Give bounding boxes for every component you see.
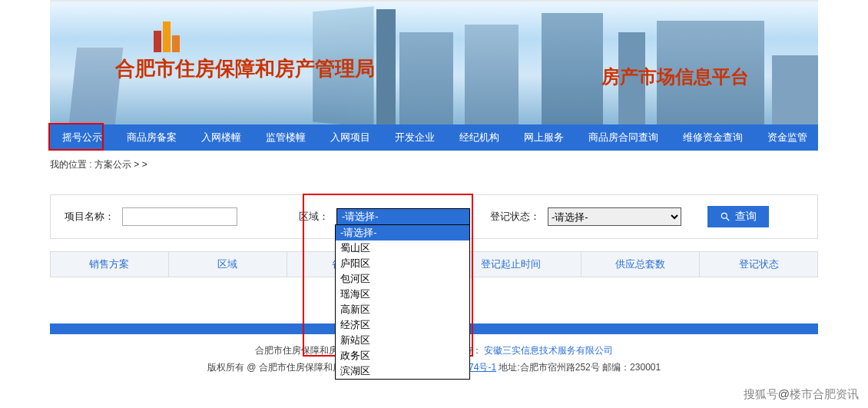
nav-item-lottery[interactable]: 摇号公示	[50, 124, 114, 151]
region-option[interactable]: 经济区	[336, 317, 469, 333]
project-name-label: 项目名称：	[65, 210, 114, 224]
th-region: 区域	[169, 251, 287, 277]
region-option[interactable]: 包河区	[336, 271, 469, 287]
breadcrumb-label: 我的位置	[50, 159, 87, 170]
region-option[interactable]: 滨湖区	[336, 363, 469, 379]
site-logo-icon	[154, 17, 181, 52]
status-label: 登记状态：	[490, 210, 540, 224]
nav-item-online[interactable]: 网上服务	[512, 124, 576, 151]
th-plan: 销售方案	[51, 251, 169, 277]
nav-item-broker[interactable]: 经纪机构	[447, 124, 512, 151]
site-banner: 合肥市住房保障和房产管理局 房产市场信息平台	[50, 2, 818, 124]
search-panel: 项目名称： 区域： -请选择- 登记状态： -请选择- 查询 -请选择- 蜀山区…	[50, 194, 818, 239]
th-supply: 供应总套数	[581, 251, 700, 277]
region-option[interactable]: 蜀山区	[336, 240, 469, 256]
nav-item-fund-superv[interactable]: 资金监管	[755, 124, 820, 151]
region-option[interactable]: 高新区	[336, 302, 469, 317]
region-label: 区域：	[299, 210, 329, 224]
site-subtitle: 房产市场信息平台	[601, 65, 749, 89]
breadcrumb-page: 方案公示	[94, 159, 131, 170]
nav-item-project-in[interactable]: 入网项目	[318, 124, 383, 151]
breadcrumb: 我的位置 : 方案公示 > >	[50, 151, 818, 176]
region-option[interactable]: 政务区	[336, 348, 469, 363]
th-status: 登记状态	[700, 251, 817, 277]
region-option[interactable]: 庐阳区	[336, 256, 469, 271]
region-dropdown-list: -请选择- 蜀山区 庐阳区 包河区 瑶海区 高新区 经济区 新站区 政务区 滨湖…	[335, 224, 470, 380]
status-select[interactable]: -请选择-	[548, 207, 681, 226]
region-option[interactable]: -请选择-	[336, 225, 469, 240]
nav-item-building-in[interactable]: 入网楼幢	[189, 124, 253, 151]
region-option[interactable]: 新站区	[336, 333, 469, 348]
region-option[interactable]: 瑶海区	[336, 287, 469, 302]
search-button[interactable]: 查询	[707, 206, 769, 227]
search-icon	[720, 211, 731, 222]
nav-item-developer[interactable]: 开发企业	[383, 124, 447, 151]
main-nav: 摇号公示 商品房备案 入网楼幢 监管楼幢 入网项目 开发企业 经纪机构 网上服务…	[50, 124, 818, 151]
svg-point-0	[721, 213, 727, 218]
nav-item-repair-fund[interactable]: 维修资金查询	[671, 124, 755, 151]
project-name-input[interactable]	[122, 207, 237, 226]
svg-line-1	[727, 218, 730, 221]
site-title: 合肥市住房保障和房产管理局	[115, 55, 375, 82]
nav-item-contract-q[interactable]: 商品房合同查询	[576, 124, 671, 151]
region-select[interactable]: -请选择-	[336, 208, 470, 225]
nav-item-supervise[interactable]: 监管楼幢	[253, 124, 318, 151]
nav-item-commodity[interactable]: 商品房备案	[114, 124, 189, 151]
tech-support-link[interactable]: 安徽三实信息技术服务有限公司	[484, 345, 613, 356]
